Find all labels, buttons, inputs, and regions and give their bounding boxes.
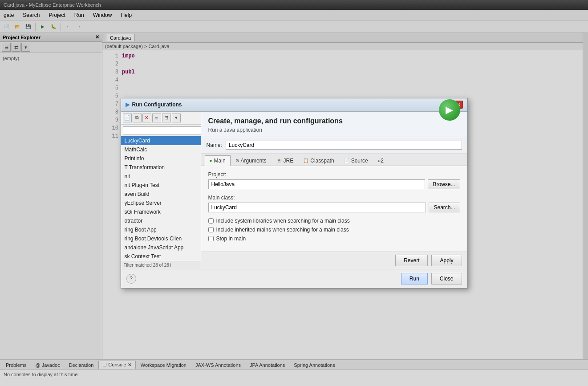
config-item-nit[interactable]: nit [121,172,201,181]
config-item-myeclipse-server[interactable]: yEclipse Server [121,199,201,207]
run-button[interactable]: Run [401,273,428,284]
checkbox-inherited-mains-input[interactable] [208,227,214,232]
dialog-overlay: ▶ Run Configurations ✕ 📄 ⧉ ✕ ≡ ⊟ ▾ [0,0,588,386]
name-row: Name: [201,137,467,154]
config-detail-panel: Create, manage, and run configurations R… [201,112,467,269]
tab-arguments-label: Arguments [241,158,267,164]
config-item-mathcalc[interactable]: MathCalc [121,145,201,154]
tab-classpath-label: Classpath [310,158,334,164]
tab-jre-label: JRE [284,158,294,164]
name-input[interactable] [226,141,462,150]
config-item-spring-boot-devtools[interactable]: ring Boot Devtools Clien [121,234,201,243]
main-class-group: Main class: Search... [208,195,460,212]
browse-button[interactable]: Browse... [428,179,460,189]
checkbox-system-libs-input[interactable] [208,218,214,223]
project-input[interactable] [208,179,426,189]
checkbox-stop-in-main-input[interactable] [208,236,214,241]
ide-background: Card.java - MyEclipse Enterprise Workben… [0,0,588,386]
config-item-printinfo[interactable]: Printinfo [121,154,201,163]
checkbox-inherited-mains-label: Include inherited mains when searching f… [216,227,349,233]
config-item-luckycard[interactable]: LuckyCard [121,136,201,145]
checkbox-inherited-mains: Include inherited mains when searching f… [208,227,460,233]
main-class-row: Search... [208,203,460,212]
dialog-run-close-actions: Run Close [401,273,462,284]
delete-config-btn[interactable]: ✕ [142,114,151,122]
config-header-sub: Run a Java application [208,127,343,133]
detail-tabs: ● Main ⊙ Arguments ☕ JRE 📋 [201,154,467,166]
config-list-panel: 📄 ⧉ ✕ ≡ ⊟ ▾ LuckyCard MathCalc Printinfo… [121,112,201,269]
search-button[interactable]: Search... [429,203,460,212]
name-label: Name: [207,142,222,148]
config-list-toolbar: 📄 ⧉ ✕ ≡ ⊟ ▾ [121,112,201,125]
tab-more-label: »2 [378,158,384,164]
config-item-spring-boot[interactable]: ring Boot App [121,225,201,234]
config-header-title: Create, manage, and run configurations [208,117,343,125]
config-item-ttransformation[interactable]: T Transformation [121,163,201,172]
tab-jre[interactable]: ☕ JRE [272,155,299,166]
project-group: Project: Browse... [208,171,460,189]
project-label: Project: [208,171,460,178]
dialog-title: ▶ Run Configurations [126,102,182,108]
checkbox-system-libs: Include system libraries when searching … [208,218,460,224]
config-item-protractor[interactable]: otractor [121,216,201,225]
tab-source[interactable]: 📄 Source [339,155,373,166]
duplicate-config-btn[interactable]: ⧉ [133,114,142,122]
tab-more[interactable]: »2 [373,155,389,166]
config-item-maven-build[interactable]: aven Build [121,190,201,199]
checkbox-stop-in-main: Stop in main [208,236,460,242]
checkbox-system-libs-label: Include system libraries when searching … [216,218,350,224]
main-class-label: Main class: [208,195,460,201]
new-config-btn[interactable]: 📄 [123,114,132,122]
tab-content-main: Project: Browse... Main class: Search... [201,166,467,252]
dialog-body: 📄 ⧉ ✕ ≡ ⊟ ▾ LuckyCard MathCalc Printinfo… [121,112,467,269]
main-class-input[interactable] [208,203,426,212]
project-row: Browse... [208,179,460,189]
tab-classpath[interactable]: 📋 Classpath [298,155,339,166]
tab-source-label: Source [351,158,368,164]
dialog-title-text: Run Configurations [132,102,182,108]
checkbox-stop-in-main-label: Stop in main [216,236,246,242]
detail-actions: Revert Apply [201,252,467,269]
revert-button[interactable]: Revert [395,255,428,266]
dialog-bottom: ? Run Close [121,269,467,288]
config-items-list: LuckyCard MathCalc Printinfo T Transform… [121,136,201,261]
dialog-titlebar: ▶ Run Configurations ✕ [121,98,467,112]
config-item-standalone-js[interactable]: andalone JavaScript App [121,243,201,252]
tab-arguments[interactable]: ⊙ Arguments [231,155,272,166]
config-item-nit-plugin[interactable]: nit Plug-in Test [121,181,201,190]
config-filter-input[interactable] [123,126,203,134]
config-item-task-context[interactable]: sk Context Test [121,252,201,261]
tab-main-label: Main [214,158,226,164]
config-header: Create, manage, and run configurations R… [201,112,467,137]
help-button[interactable]: ? [126,274,136,284]
run-configurations-dialog: ▶ Run Configurations ✕ 📄 ⧉ ✕ ≡ ⊟ ▾ [121,98,468,288]
close-button[interactable]: Close [431,273,462,284]
config-filter-status: Filter matched 28 of 28 i [121,261,201,269]
collapse-all-config-btn[interactable]: ⊟ [162,114,171,122]
filter-config-btn[interactable]: ≡ [152,114,161,122]
config-item-osgi-framework[interactable]: sGi Framework [121,207,201,216]
tab-main[interactable]: ● Main [205,155,231,166]
run-icon: ▶ [439,99,460,121]
config-menu-btn[interactable]: ▾ [172,114,181,122]
apply-button[interactable]: Apply [431,255,462,266]
